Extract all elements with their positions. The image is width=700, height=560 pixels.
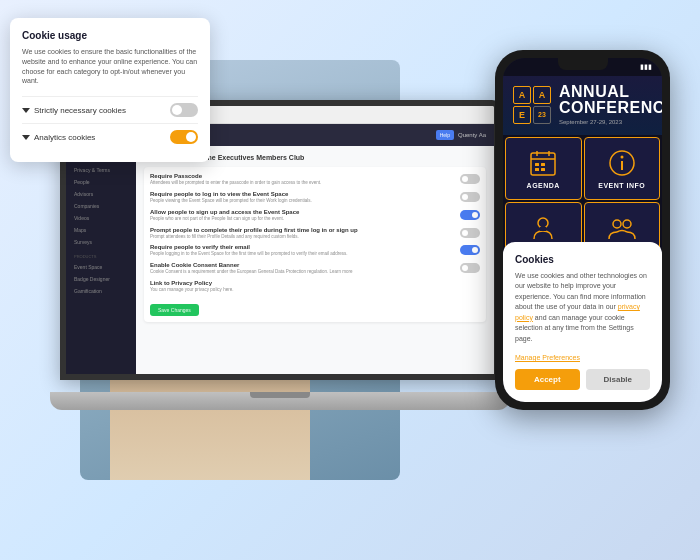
svg-rect-5 bbox=[541, 163, 545, 166]
svg-point-14 bbox=[623, 220, 631, 228]
cookie-description: We use cookies to ensure the basic funct… bbox=[22, 47, 198, 86]
products-section: PRODUCTS bbox=[66, 252, 136, 261]
person-icon bbox=[528, 213, 558, 243]
sidebar-item-surveys[interactable]: Surveys bbox=[66, 236, 136, 248]
sidebar-item-videos[interactable]: Videos bbox=[66, 212, 136, 224]
analytics-cookies-toggle[interactable] bbox=[170, 130, 198, 144]
conference-header: A A E 23 ANNUAL CONFERENCE September 27-… bbox=[503, 76, 662, 135]
passcode-toggle[interactable] bbox=[460, 174, 480, 184]
year-badge: 23 bbox=[533, 106, 551, 124]
help-button[interactable]: Help bbox=[436, 130, 454, 140]
conference-title-conf: CONFERENCE bbox=[559, 100, 662, 116]
profile-label: Prompt people to complete their profile … bbox=[150, 227, 452, 233]
letter-a2: A bbox=[533, 86, 551, 104]
disable-button[interactable]: Disable bbox=[586, 369, 651, 390]
sidebar-item-advisors[interactable]: Advisors bbox=[66, 188, 136, 200]
chevron-down-icon bbox=[22, 108, 30, 113]
cookie-consent-row: Enable Cookie Consent Banner Cookie Cons… bbox=[150, 262, 480, 275]
user-menu[interactable]: Quenty Aa bbox=[458, 132, 486, 138]
sidebar-item-maps[interactable]: Maps bbox=[66, 224, 136, 236]
profile-toggle[interactable] bbox=[460, 228, 480, 238]
sidebar-item-people[interactable]: People bbox=[66, 176, 136, 188]
screen-sidebar: Event Details Privacy & Terms People Adv… bbox=[66, 146, 136, 374]
nav-right: Help Quenty Aa bbox=[436, 130, 486, 140]
calendar-icon bbox=[528, 148, 558, 178]
letter-e: E bbox=[513, 106, 531, 124]
battery-icon: ▮▮▮ bbox=[640, 63, 652, 71]
screen-main: Association of Airline Executives Member… bbox=[136, 146, 494, 374]
sidebar-item-companies[interactable]: Companies bbox=[66, 200, 136, 212]
svg-rect-7 bbox=[541, 168, 545, 171]
email-verify-row: Require people to verify their email Peo… bbox=[150, 244, 480, 257]
signup-desc: People who are not part of the People li… bbox=[150, 216, 452, 222]
privacy-policy-label: Link to Privacy Policy bbox=[150, 280, 472, 286]
strictly-cookies-row: Strictly necessary cookies bbox=[22, 96, 198, 123]
phone: ▮▮▮ A A E 23 ANNUAL CONFERENCE September… bbox=[495, 50, 670, 410]
info-icon bbox=[607, 148, 637, 178]
event-info-label: EVENT INFO bbox=[598, 182, 645, 189]
login-required-toggle[interactable] bbox=[460, 192, 480, 202]
screen-body: Event Details Privacy & Terms People Adv… bbox=[66, 146, 494, 374]
login-required-row: Require people to log in to view the Eve… bbox=[150, 191, 480, 204]
sidebar-item-privacy[interactable]: Privacy & Terms bbox=[66, 164, 136, 176]
passcode-row: Require Passcode Attendees will be promp… bbox=[150, 173, 480, 186]
phone-cookie-title: Cookies bbox=[515, 254, 650, 265]
chevron-down-icon-2 bbox=[22, 135, 30, 140]
sidebar-item-gamification[interactable]: Gamification bbox=[66, 285, 136, 297]
group-icon bbox=[607, 213, 637, 243]
phone-cookie-description: We use cookies and other technologies on… bbox=[515, 271, 650, 345]
cookie-buttons: Accept Disable bbox=[515, 369, 650, 390]
menu-item-event-info[interactable]: EVENT INFO bbox=[584, 137, 661, 200]
privacy-policy-desc: You can manage your privacy policy here. bbox=[150, 287, 472, 293]
sidebar-item-event-space[interactable]: Event Space bbox=[66, 261, 136, 273]
svg-point-9 bbox=[620, 156, 623, 159]
email-verify-label: Require people to verify their email bbox=[150, 244, 452, 250]
cookie-consent-label: Enable Cookie Consent Banner bbox=[150, 262, 452, 268]
cookie-consent-toggle[interactable] bbox=[460, 263, 480, 273]
signup-row: Allow people to sign up and access the E… bbox=[150, 209, 480, 222]
phone-screen: ▮▮▮ A A E 23 ANNUAL CONFERENCE September… bbox=[503, 58, 662, 402]
email-verify-desc: People logging in to the Event Space for… bbox=[150, 251, 452, 257]
cookie-desc2-text: and can manage your cookie selection at … bbox=[515, 314, 634, 342]
conference-date: September 27-29, 2023 bbox=[559, 119, 662, 125]
cookie-popup: Cookie usage We use cookies to ensure th… bbox=[10, 18, 210, 162]
save-button[interactable]: Save Changes bbox=[150, 304, 199, 316]
letter-a1: A bbox=[513, 86, 531, 104]
agenda-label: AGENDA bbox=[527, 182, 560, 189]
login-required-desc: People viewing the Event Space will be p… bbox=[150, 198, 452, 204]
profile-row: Prompt people to complete their profile … bbox=[150, 227, 480, 240]
laptop-base bbox=[50, 392, 510, 410]
phone-cookie-popup: Cookies We use cookies and other technol… bbox=[503, 242, 662, 403]
analytics-cookies-row: Analytics cookies bbox=[22, 123, 198, 150]
profile-desc: Prompt attendees to fill their Profile D… bbox=[150, 234, 452, 240]
svg-rect-4 bbox=[535, 163, 539, 166]
cookie-consent-desc: Cookie Consent is a requirement under th… bbox=[150, 269, 452, 275]
conference-logo: A A E 23 bbox=[513, 86, 551, 124]
login-required-label: Require people to log in to view the Eve… bbox=[150, 191, 452, 197]
svg-point-11 bbox=[538, 218, 548, 228]
svg-rect-12 bbox=[540, 227, 546, 231]
menu-item-agenda[interactable]: AGENDA bbox=[505, 137, 582, 200]
settings-section: Require Passcode Attendees will be promp… bbox=[144, 167, 486, 322]
signup-toggle[interactable] bbox=[460, 210, 480, 220]
phone-notch bbox=[558, 58, 608, 70]
passcode-label: Require Passcode bbox=[150, 173, 452, 179]
email-verify-toggle[interactable] bbox=[460, 245, 480, 255]
sidebar-item-badge[interactable]: Badge Designer bbox=[66, 273, 136, 285]
privacy-policy-row: Link to Privacy Policy You can manage yo… bbox=[150, 280, 480, 293]
passcode-desc: Attendees will be prompted to enter the … bbox=[150, 180, 452, 186]
strictly-cookies-toggle[interactable] bbox=[170, 103, 198, 117]
strictly-cookies-label: Strictly necessary cookies bbox=[34, 106, 126, 115]
svg-rect-6 bbox=[535, 168, 539, 171]
conference-title-annual: ANNUAL bbox=[559, 84, 662, 100]
cookie-title: Cookie usage bbox=[22, 30, 198, 41]
signup-label: Allow people to sign up and access the E… bbox=[150, 209, 452, 215]
accept-button[interactable]: Accept bbox=[515, 369, 580, 390]
svg-point-13 bbox=[613, 220, 621, 228]
analytics-cookies-label: Analytics cookies bbox=[34, 133, 95, 142]
manage-preferences-link[interactable]: Manage Preferences bbox=[515, 354, 650, 361]
